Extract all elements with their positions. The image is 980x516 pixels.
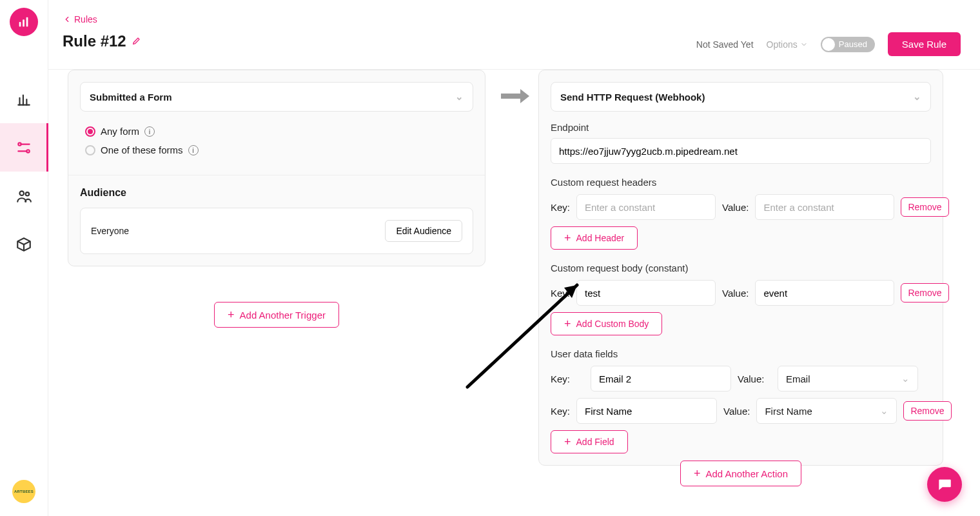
add-trigger-label: Add Another Trigger — [240, 310, 326, 321]
uf-value-selected: Email — [786, 373, 810, 384]
plus-icon: + — [564, 318, 571, 330]
uf-key-input[interactable] — [576, 398, 717, 424]
edit-title-button[interactable] — [132, 35, 142, 48]
nav-rules[interactable] — [0, 123, 48, 172]
action-card: Send HTTP Request (Webhook) ⌄ Endpoint C… — [538, 70, 943, 466]
breadcrumb-rules[interactable]: Rules — [63, 14, 97, 25]
svg-rect-1 — [23, 19, 24, 26]
options-label: Options — [767, 39, 798, 50]
audience-box: Everyone Edit Audience — [80, 208, 473, 254]
remove-uf-button[interactable]: Remove — [903, 401, 951, 421]
flow-arrow-icon — [500, 86, 531, 108]
body-heading: Custom request body (constant) — [551, 263, 931, 273]
info-icon[interactable]: i — [144, 126, 155, 137]
add-body-button[interactable]: + Add Custom Body — [551, 312, 662, 335]
breadcrumb-label: Rules — [74, 14, 97, 25]
add-action-button[interactable]: + Add Another Action — [680, 461, 801, 486]
header-row: Key: Value: Remove — [551, 194, 931, 220]
page-title: Rule #12 — [63, 32, 126, 50]
save-status: Not Saved Yet — [696, 39, 754, 50]
rule-status-toggle[interactable]: Paused — [821, 37, 875, 52]
user-field-row: Key: Value: Email ⌄ — [551, 366, 931, 392]
uf-value-select[interactable]: Email ⌄ — [778, 366, 918, 392]
toggle-label: Paused — [839, 39, 867, 49]
nav-analytics[interactable] — [0, 75, 48, 123]
audience-heading: Audience — [80, 187, 473, 199]
header-actions: Not Saved Yet Options Paused Save Rule — [696, 32, 961, 56]
value-label: Value: — [722, 202, 749, 213]
add-field-label: Add Field — [576, 437, 614, 447]
user-field-row: Key: Value: First Name ⌄ Remove — [551, 398, 931, 424]
svg-point-5 — [20, 191, 24, 195]
radio-one-form-label: One of these forms — [101, 144, 183, 155]
info-icon[interactable]: i — [188, 145, 199, 155]
plus-icon: + — [694, 468, 701, 479]
remove-body-button[interactable]: Remove — [901, 283, 948, 303]
key-label: Key: — [551, 202, 570, 213]
action-type-select[interactable]: Send HTTP Request (Webhook) ⌄ — [551, 82, 931, 112]
flow-icon — [15, 139, 32, 156]
chat-launcher[interactable] — [927, 467, 962, 502]
radio-any-form[interactable] — [85, 126, 95, 137]
header-key-input[interactable] — [576, 194, 716, 220]
chevron-left-icon — [63, 15, 72, 24]
add-action-label: Add Another Action — [705, 468, 788, 479]
value-label: Value: — [722, 288, 749, 299]
key-label: Key: — [551, 373, 584, 384]
uf-key-input[interactable] — [591, 366, 731, 392]
options-dropdown[interactable]: Options — [767, 39, 808, 50]
workspace-badge[interactable]: ARTBEES — [12, 480, 35, 503]
key-label: Key: — [551, 406, 570, 417]
nav-packages[interactable] — [0, 220, 48, 268]
chevron-down-icon: ⌄ — [455, 91, 464, 103]
chevron-down-icon: ⌄ — [901, 373, 910, 384]
chevron-down-icon: ⌄ — [913, 91, 921, 103]
audience-section: Audience Everyone Edit Audience — [68, 175, 485, 266]
radio-any-form-label: Any form — [101, 126, 139, 137]
uf-value-select[interactable]: First Name ⌄ — [756, 398, 897, 424]
add-header-label: Add Header — [576, 233, 625, 243]
body-key-input[interactable] — [576, 280, 716, 306]
body-value-input[interactable] — [755, 280, 894, 306]
value-label: Value: — [738, 373, 771, 384]
plus-icon: + — [228, 309, 235, 321]
main: Submitted a Form ⌄ Any form i One of the… — [48, 70, 980, 516]
box-icon — [15, 236, 32, 253]
chevron-down-icon: ⌄ — [880, 405, 888, 417]
endpoint-label: Endpoint — [551, 122, 931, 133]
svg-rect-0 — [19, 22, 21, 26]
add-action-wrap: + Add Another Action — [538, 454, 943, 486]
plus-icon: + — [564, 436, 571, 448]
action-type-label: Send HTTP Request (Webhook) — [560, 92, 705, 103]
people-icon — [15, 188, 32, 204]
brand-logo[interactable] — [10, 8, 38, 36]
uf-value-selected: First Name — [765, 406, 812, 417]
bars-icon — [17, 15, 31, 29]
plus-icon: + — [564, 232, 571, 244]
trigger-type-select[interactable]: Submitted a Form ⌄ — [80, 82, 473, 112]
radio-any-form-row: Any form i — [80, 122, 473, 141]
page-title-row: Rule #12 — [63, 32, 142, 50]
add-header-button[interactable]: + Add Header — [551, 226, 638, 250]
chat-icon — [936, 476, 953, 493]
add-trigger-button[interactable]: + Add Another Trigger — [214, 302, 339, 328]
svg-point-6 — [26, 192, 29, 195]
radio-one-form-row: One of these forms i — [80, 141, 473, 159]
radio-one-of-forms[interactable] — [85, 145, 95, 155]
edit-audience-button[interactable]: Edit Audience — [385, 220, 462, 242]
sidebar: ARTBEES — [0, 0, 48, 516]
add-field-button[interactable]: + Add Field — [551, 430, 628, 453]
nav-audiences[interactable] — [0, 172, 48, 220]
save-rule-button[interactable]: Save Rule — [888, 32, 961, 56]
add-trigger-wrap: + Add Another Trigger — [68, 286, 485, 328]
trigger-config: Submitted a Form ⌄ Any form i One of the… — [68, 70, 485, 175]
add-body-label: Add Custom Body — [576, 319, 649, 329]
user-fields-heading: User data fields — [551, 348, 931, 359]
chevron-down-icon — [800, 41, 808, 48]
toggle-knob — [822, 38, 835, 51]
header: Rules Rule #12 Not Saved Yet Options Pau… — [48, 0, 980, 70]
header-value-input[interactable] — [755, 194, 894, 220]
remove-header-button[interactable]: Remove — [901, 197, 948, 217]
trigger-type-label: Submitted a Form — [90, 92, 172, 103]
endpoint-input[interactable] — [551, 138, 931, 164]
